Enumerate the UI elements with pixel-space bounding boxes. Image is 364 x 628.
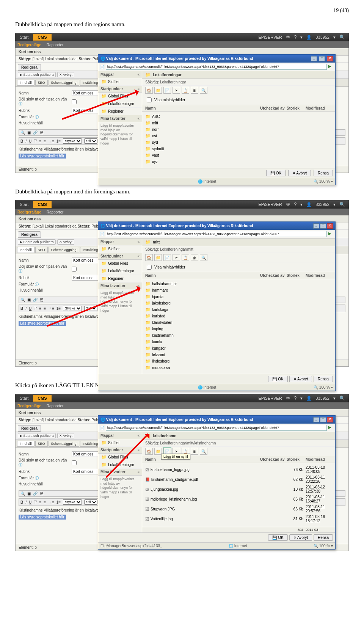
rt-icon[interactable]: 🔍 xyxy=(20,298,25,302)
publish-button[interactable]: ▶ Spara och publicera xyxy=(18,72,56,77)
info-icon[interactable]: ⓘ xyxy=(19,463,22,467)
rt-icon[interactable]: 🔗 xyxy=(33,491,38,496)
rensa-button[interactable]: Rensa xyxy=(314,376,333,382)
tab-innehall[interactable]: Innehåll xyxy=(17,80,35,86)
sidfiler-item[interactable]: 📁Sidfiler xyxy=(98,245,142,253)
info-icon[interactable]: ⓘ xyxy=(19,102,22,106)
tab-schema[interactable]: Schemaläggning xyxy=(49,441,79,447)
maximize-icon[interactable]: □ xyxy=(319,56,325,61)
avbryt-button[interactable]: ✕ Avbryt xyxy=(288,170,311,176)
add-file-icon[interactable]: 📄 xyxy=(163,87,171,94)
tool-icon[interactable]: 🏠 xyxy=(145,254,153,261)
globalfiles-item[interactable]: 📁Global Files xyxy=(98,93,142,100)
tab-start[interactable]: Start xyxy=(15,201,33,208)
folder-row[interactable]: 📁karlstad xyxy=(145,313,332,319)
stycke-select[interactable]: Stycke xyxy=(63,499,82,505)
rt-icon[interactable]: ▣ xyxy=(27,130,31,135)
file-row[interactable]: 🖼Vattenlilje.jpg81 Kb2011-03-1615:17:12 xyxy=(145,514,332,524)
sec-favoriter[interactable]: Mina favoriter« xyxy=(98,115,142,122)
thumbnails-checkbox[interactable] xyxy=(147,265,152,270)
folder-row[interactable]: 📁karlskoga xyxy=(145,306,332,313)
stil-select[interactable]: Stil xyxy=(84,499,97,505)
avbryt-button[interactable]: ✕ Avbryt xyxy=(289,534,312,541)
rt-icon[interactable]: 🔗 xyxy=(33,130,38,135)
cancel-button[interactable]: ✕ Avbryt xyxy=(57,239,74,245)
file-row[interactable]: 🖼kristinehamn_logga.jpg76 Kb2011-03-1021… xyxy=(145,465,332,474)
help-icon[interactable]: ? xyxy=(294,396,297,401)
globalfiles-item[interactable]: 📁Global Files xyxy=(98,260,142,267)
close-icon[interactable]: X xyxy=(327,417,333,422)
folder-row[interactable]: 📁leksand xyxy=(145,352,332,358)
info-icon[interactable]: ⓘ xyxy=(35,115,39,119)
tool-icon[interactable]: ✂ xyxy=(173,254,180,261)
close-icon[interactable]: X xyxy=(327,223,333,229)
tool-icon[interactable]: 🏠 xyxy=(145,87,153,94)
rt-icon[interactable]: 🔗 xyxy=(33,298,38,302)
rt-icon[interactable]: 🔍 xyxy=(20,130,25,135)
search-icon[interactable]: 🔍 xyxy=(339,396,345,401)
bold-icon[interactable]: B xyxy=(20,306,23,311)
user-menu-chevron-icon[interactable]: ▾ xyxy=(333,35,336,40)
subtab-reports[interactable]: Rapporter xyxy=(47,43,63,47)
stycke-select[interactable]: Stycke xyxy=(63,138,82,144)
cancel-button[interactable]: ✕ Avbryt xyxy=(57,72,74,77)
tool-icon[interactable]: 📋 xyxy=(182,254,189,261)
add-file-icon[interactable]: 📄 xyxy=(163,254,171,261)
stycke-select[interactable]: Stycke xyxy=(63,306,82,311)
avbryt-button[interactable]: ✕ Avbryt xyxy=(289,376,312,382)
publish-button[interactable]: ▶ Spara och publicera xyxy=(18,433,56,438)
regioner-item[interactable]: 📁Regioner xyxy=(98,108,142,115)
tool-icon[interactable]: 🔍 xyxy=(200,87,207,94)
bold-icon[interactable]: B xyxy=(20,139,23,143)
tab-schema[interactable]: Schemaläggning xyxy=(49,247,79,253)
tab-seo[interactable]: SEO xyxy=(35,441,48,447)
tab-innehall[interactable]: Innehåll xyxy=(17,441,35,447)
folder-row[interactable]: 📁norr xyxy=(145,126,332,133)
bullet-icon[interactable]: ⋮≡ xyxy=(48,306,54,311)
underline-icon[interactable]: U xyxy=(29,139,31,143)
minimize-icon[interactable]: _ xyxy=(313,223,319,229)
bullet-icon[interactable]: ⋮≡ xyxy=(48,500,54,504)
tool-icon[interactable]: 🗑 xyxy=(191,87,198,94)
stil-select[interactable]: Stil xyxy=(84,138,97,144)
tool-icon[interactable]: 🔍 xyxy=(200,254,207,261)
tab-innehall[interactable]: Innehåll xyxy=(17,247,35,253)
tool-icon[interactable]: 🗑 xyxy=(191,254,198,261)
list-icon[interactable]: ≡ xyxy=(39,306,41,311)
search-icon[interactable]: 🔍 xyxy=(339,35,345,40)
tab-start[interactable]: Start xyxy=(15,395,33,402)
number-icon[interactable]: 1≡ xyxy=(56,306,61,311)
ok-button[interactable]: 💾 OK xyxy=(268,534,287,541)
underline-icon[interactable]: U xyxy=(29,500,31,504)
globalfiles-item[interactable]: 📁Global Files xyxy=(98,454,142,461)
close-icon[interactable]: X xyxy=(327,56,333,61)
tab-cms[interactable]: CMS xyxy=(33,34,51,41)
list-icon[interactable]: ≡ xyxy=(44,139,46,143)
help-icon[interactable]: ? xyxy=(294,202,297,207)
thumbnails-checkbox[interactable] xyxy=(147,97,152,102)
thumbnails-toggle[interactable]: Visa miniatyrbilder xyxy=(142,95,335,105)
info-icon[interactable]: ⓘ xyxy=(19,269,22,273)
tab-cms[interactable]: CMS xyxy=(33,201,51,208)
rt-icon[interactable]: ▣ xyxy=(27,298,31,302)
checkbox-dolj[interactable] xyxy=(72,99,77,104)
italic-icon[interactable]: I xyxy=(25,306,27,311)
folder-row[interactable]: 📁jakobsberg xyxy=(145,300,332,306)
tool-icon[interactable]: ✂ xyxy=(173,87,180,94)
folder-row[interactable]: 📁kumla xyxy=(145,339,332,345)
folder-row[interactable]: 📁vast xyxy=(145,152,332,159)
checkbox-dolj[interactable] xyxy=(72,460,77,465)
list-icon[interactable]: ≡ xyxy=(39,139,41,143)
redigera-tab[interactable]: Redigera xyxy=(18,231,41,238)
rt-icon[interactable]: 🔍 xyxy=(20,491,25,496)
checkbox-dolj[interactable] xyxy=(72,267,77,272)
rt-icon[interactable]: ⛓ xyxy=(40,298,44,302)
number-icon[interactable]: 1≡ xyxy=(56,139,61,143)
go-icon[interactable]: ▶ xyxy=(328,64,334,69)
user-id[interactable]: 833952 xyxy=(315,202,329,207)
underline-icon[interactable]: U xyxy=(29,306,31,311)
regioner-item[interactable]: 📁Regioner xyxy=(98,275,142,283)
file-row[interactable]: 🖼Stupvagn.JPG66 Kb2011-03-1120:57:56 xyxy=(145,504,332,514)
sec-mappar[interactable]: Mappar« xyxy=(98,71,142,78)
ok-button[interactable]: 💾 OK xyxy=(268,376,287,382)
